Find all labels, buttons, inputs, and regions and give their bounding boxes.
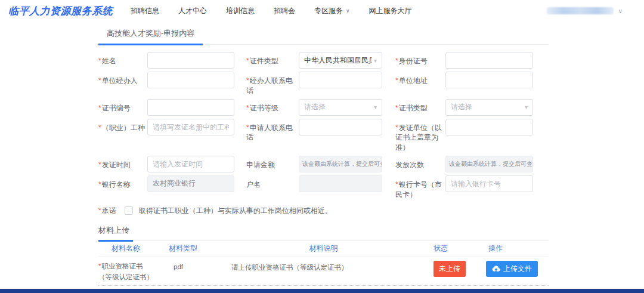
occupation-input[interactable]	[147, 119, 234, 135]
required-mark: *	[246, 76, 249, 85]
issuer-input[interactable]	[445, 119, 533, 135]
required-mark: *	[395, 180, 398, 189]
required-mark: *	[246, 104, 249, 112]
agent-phone-input[interactable]	[299, 72, 382, 88]
field-label: *单位地址	[395, 72, 445, 86]
bank-card-input[interactable]	[445, 175, 533, 192]
name-input[interactable]	[147, 52, 234, 69]
field-issuer: *发证单位（以证书上盖章为准）	[395, 119, 533, 153]
tabs-bar: 高技能人才奖励-申报内容	[98, 21, 549, 45]
applicant-phone-input[interactable]	[299, 119, 382, 135]
chevron-down-icon: ▾	[525, 104, 528, 110]
id-number-input[interactable]	[445, 52, 533, 69]
nav-item-online-service-hall[interactable]: 网上服务大厅	[369, 6, 412, 16]
required-mark: *	[98, 124, 101, 132]
field-label: *发证时间	[98, 156, 147, 170]
unit-agent-input[interactable]	[147, 72, 234, 88]
chevron-down-icon: ∨	[618, 8, 623, 14]
upload-table-header: 材料名称 材料类型 材料说明 状态 操作	[98, 241, 549, 257]
required-mark: *	[395, 76, 398, 85]
apply-amount-field: 该金额由系统计算，提交后可查看	[299, 156, 382, 172]
field-label: 申请金额	[246, 156, 299, 170]
required-mark: *	[98, 161, 101, 169]
site-header: 临平人力资源服务系统 招聘信息 人才中心 培训信息 招聘会 专区服务 ∨ 网上服…	[0, 0, 644, 21]
column-header-status: 状态	[434, 243, 486, 254]
nav-item-training-info[interactable]: 培训信息	[226, 6, 255, 16]
field-cert-type: *证件类型 中华人民共和国居民身份证 ▾	[246, 52, 382, 69]
app-window: 临平人力资源服务系统 招聘信息 人才中心 培训信息 招聘会 专区服务 ∨ 网上服…	[0, 0, 644, 293]
cert-kind-select[interactable]: 请选择 ▾	[445, 99, 533, 116]
cert-level-placeholder: 请选择	[304, 102, 326, 112]
required-mark: *	[246, 124, 249, 132]
section-title: 材料上传	[98, 225, 133, 242]
field-label: *证书编号	[98, 99, 147, 113]
chevron-down-icon: ∨	[346, 8, 350, 14]
status-badge: 未上传	[434, 261, 466, 277]
account-name-field	[299, 175, 382, 192]
required-mark: *	[246, 57, 249, 65]
cert-type-value: 中华人民共和国居民身份证	[304, 55, 371, 66]
tab-application-content[interactable]: 高技能人才奖励-申报内容	[98, 28, 203, 45]
required-mark: *	[98, 104, 101, 112]
unit-address-input[interactable]	[445, 72, 533, 88]
field-unit-agent: *单位经办人	[98, 72, 234, 88]
field-name: *姓名	[98, 52, 234, 69]
field-bank-card: *银行卡号（市民卡）	[395, 175, 533, 200]
nav-item-job-fair[interactable]: 招聘会	[274, 6, 295, 16]
main-nav: 招聘信息 人才中心 培训信息 招聘会 专区服务 ∨ 网上服务大厅	[131, 6, 412, 16]
cert-kind-placeholder: 请选择	[451, 102, 472, 112]
table-row: *职业资格证书（等级认定证书） pdf 请上传职业资格证书（等级认定证书） 未上…	[98, 257, 549, 286]
field-occupation: *（职业）工种	[98, 119, 234, 135]
cert-type-select[interactable]: 中华人民共和国居民身份证 ▾	[299, 52, 382, 69]
field-applicant-phone: *申请人联系电话	[246, 119, 382, 143]
field-label: *银行卡号（市民卡）	[395, 175, 445, 200]
cert-no-input[interactable]	[147, 99, 234, 116]
field-label: *证件类型	[246, 52, 299, 66]
field-label: *申请人联系电话	[246, 119, 299, 143]
field-label: *证书类型	[395, 99, 445, 113]
required-mark: *	[395, 124, 398, 132]
field-agent-phone: *经办人联系电话	[246, 72, 382, 96]
promise-checkbox[interactable]	[125, 206, 133, 215]
main-content: 高技能人才奖励-申报内容 *姓名 *证件类型 中华人民共和国居民身份证 ▾	[98, 21, 549, 293]
field-label: 户名	[246, 175, 299, 190]
action-cell: 上传文件	[486, 261, 549, 277]
field-apply-amount: 申请金额 该金额由系统计算，提交后可查看	[246, 156, 382, 172]
field-label: *姓名	[98, 52, 147, 66]
field-cert-no: *证书编号	[98, 99, 234, 116]
field-issue-time: *发证时间	[98, 156, 234, 172]
field-label: *证书等级	[246, 99, 299, 113]
material-desc-cell: 请上传职业资格证书（等级认定证书）	[213, 261, 434, 272]
required-mark: *	[98, 57, 101, 65]
required-mark: *	[98, 263, 101, 270]
field-label: *身份证号	[395, 52, 445, 66]
material-type-cell: pdf	[169, 261, 213, 270]
field-label: *（职业）工种	[98, 119, 147, 133]
field-cert-level: *证书等级 请选择 ▾	[246, 99, 382, 116]
field-label: *银行名称	[98, 175, 147, 190]
field-label: *单位经办人	[98, 72, 147, 86]
issue-time-input[interactable]	[147, 156, 234, 172]
grant-times-field: 该金额由系统计算，提交后可查看	[445, 156, 533, 172]
required-mark: *	[98, 76, 101, 85]
nav-item-zone-services[interactable]: 专区服务 ∨	[314, 6, 350, 16]
application-form: *姓名 *证件类型 中华人民共和国居民身份证 ▾ *身份证号	[98, 45, 549, 216]
column-header-material-desc: 材料说明	[213, 243, 434, 254]
field-label: *承诺	[98, 206, 116, 216]
field-label: 发放次数	[395, 156, 445, 170]
nav-item-talent-center[interactable]: 人才中心	[178, 6, 207, 16]
material-name-cell: *职业资格证书（等级认定证书）	[98, 261, 169, 283]
section-title-bar: 材料上传	[98, 224, 549, 241]
field-grant-times: 发放次数 该金额由系统计算，提交后可查看	[395, 156, 533, 172]
user-menu[interactable]: ∨	[547, 7, 623, 14]
chevron-down-icon: ▾	[374, 57, 377, 64]
field-unit-address: *单位地址	[395, 72, 533, 88]
nav-item-recruit-info[interactable]: 招聘信息	[131, 6, 159, 16]
required-mark: *	[395, 57, 398, 65]
status-cell: 未上传	[434, 261, 486, 277]
upload-file-button[interactable]: 上传文件	[486, 261, 538, 277]
upload-file-button-label: 上传文件	[503, 264, 532, 274]
field-label: *经办人联系电话	[246, 72, 299, 96]
chevron-down-icon: ▾	[374, 104, 377, 110]
cert-level-select[interactable]: 请选择 ▾	[299, 99, 382, 116]
